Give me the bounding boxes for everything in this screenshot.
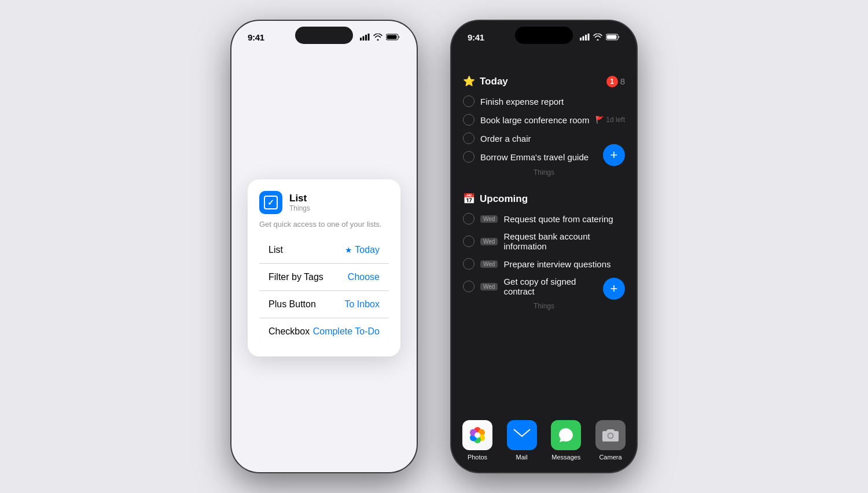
svg-rect-3 [368,34,370,41]
upcoming-section: 📅 Upcoming Wed Request quote from cateri… [463,193,625,315]
calendar-emoji: 📅 [463,193,475,205]
task-checkbox[interactable] [463,114,475,126]
status-time-1: 9:41 [248,32,264,42]
signal-icon-2 [580,34,590,41]
app-content: ⭐ Today 1 8 Finish expense report Book l… [451,46,637,472]
battery-icon-2 [606,34,620,41]
task-item: Finish expense report [463,92,625,111]
option-filter-value: Choose [348,272,380,282]
upcoming-title: 📅 Upcoming [463,193,528,205]
upcoming-footer: Things [463,300,625,315]
checkbox-icon [264,196,278,209]
widget-option-list[interactable]: List ★ Today [259,237,389,264]
add-button-upcoming[interactable]: + [603,278,625,300]
task-checkbox[interactable] [463,236,475,247]
option-list-label: List [269,245,283,255]
dock-label-photos: Photos [468,454,487,461]
app-dock: Photos Mail Messages [461,420,627,461]
phone-2: 9:41 ⭐ [451,21,637,472]
wed-badge: Wed [480,238,498,245]
messages-bubble-svg [557,426,575,444]
task-text: Request bank account information [503,231,625,251]
task-text: Get copy of signed contract [503,277,596,296]
phone1-content: List Things Get quick access to one of y… [231,46,417,472]
widget-header: List Things [259,191,389,214]
dock-label-camera: Camera [599,454,621,461]
task-item: Order a chair [463,129,625,148]
widget-title-block: List Things [289,193,310,212]
option-checkbox-value: Complete To-Do [313,326,380,337]
dock-item-messages[interactable]: Messages [549,420,583,461]
battery-icon [386,34,400,41]
status-icons-1 [360,34,400,41]
camera-svg [601,427,620,443]
dynamic-island-2 [515,27,573,44]
svg-rect-1 [363,36,365,41]
task-checkbox[interactable] [463,281,475,292]
wed-badge: Wed [480,260,498,268]
status-icons-2 [580,34,620,41]
task-checkbox[interactable] [463,133,475,144]
task-item: Book large conference room 🚩 1d left [463,111,625,129]
option-filter-label: Filter by Tags [269,272,323,282]
task-checkbox[interactable] [463,151,475,163]
wed-badge: Wed [480,215,498,223]
widget-title: List [289,193,310,204]
add-button-today[interactable]: + [603,144,625,166]
svg-rect-7 [583,36,584,41]
signal-icon [360,34,370,41]
widget-option-plus[interactable]: Plus Button To Inbox [259,291,389,318]
option-plus-value: To Inbox [345,299,380,310]
dock-item-photos[interactable]: Photos [461,420,494,461]
svg-rect-6 [580,38,582,41]
dock-label-messages: Messages [551,454,580,461]
task-text: Book large conference room [480,115,590,125]
task-item: Wed Request bank account information [463,228,625,255]
widget-subtitle: Things [289,204,310,212]
today-header: ⭐ Today 1 8 [463,75,625,87]
task-checkbox[interactable] [463,213,475,225]
task-text: Request quote from catering [503,214,625,224]
svg-point-18 [475,432,480,438]
task-item: Wed Prepare interview questions [463,255,625,273]
task-meta: 🚩 1d left [595,116,625,124]
camera-icon [595,420,626,450]
flag-icon: 🚩 [595,116,604,124]
today-title: ⭐ Today [463,75,508,87]
svg-rect-11 [607,35,617,39]
widget-option-filter[interactable]: Filter by Tags Choose [259,264,389,291]
wed-badge: Wed [480,283,498,290]
task-checkbox[interactable] [463,258,475,270]
option-checkbox-label: Checkbox [269,326,310,337]
task-text: Order a chair [480,134,625,144]
star-icon: ★ [345,245,352,255]
task-text: Finish expense report [480,97,625,106]
widget-description: Get quick access to one of your lists. [259,220,389,229]
mail-icon [507,420,537,450]
task-checkbox[interactable] [463,95,475,107]
messages-icon [551,420,581,450]
mail-envelope-svg [513,429,531,442]
svg-rect-9 [588,34,590,41]
task-item: Wed Request quote from catering [463,209,625,228]
svg-rect-0 [360,38,362,41]
widget-app-icon [259,191,282,214]
task-text: Prepare interview questions [503,259,625,269]
photos-flower-svg [467,425,488,446]
dock-item-camera[interactable]: Camera [594,420,627,461]
phone-1: 9:41 [231,21,417,472]
today-footer: Things [463,166,625,181]
widget-options-list: List ★ Today Filter by Tags Choose Plus … [259,237,389,345]
status-time-2: 9:41 [468,32,484,42]
task-item: Wed Get copy of signed contract + [463,273,625,300]
wifi-icon-2 [593,34,602,41]
svg-point-21 [608,434,612,438]
badge-total: 8 [620,76,625,86]
badge-priority: 1 [606,76,618,87]
widget-option-checkbox[interactable]: Checkbox Complete To-Do [259,318,389,345]
svg-rect-8 [585,35,587,41]
today-badges: 1 8 [606,76,625,87]
dock-item-mail[interactable]: Mail [505,420,539,461]
dock-label-mail: Mail [516,454,528,461]
wifi-icon [373,34,382,41]
